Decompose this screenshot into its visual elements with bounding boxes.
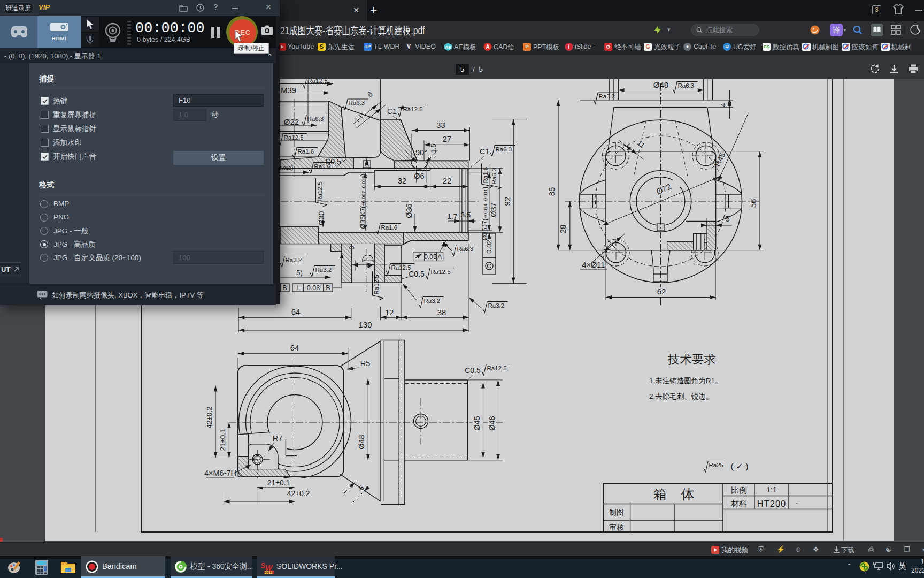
svg-text:33: 33 bbox=[436, 120, 445, 130]
svg-text:比例: 比例 bbox=[731, 485, 747, 495]
svg-text:64: 64 bbox=[290, 343, 299, 352]
svg-text:Ra12.5: Ra12.5 bbox=[391, 264, 411, 271]
svg-text:28: 28 bbox=[558, 225, 567, 234]
svg-text:体: 体 bbox=[681, 486, 695, 501]
svg-text:12: 12 bbox=[385, 308, 394, 317]
svg-text:22: 22 bbox=[443, 176, 452, 185]
svg-text:0.05: 0.05 bbox=[424, 253, 437, 261]
svg-text:32: 32 bbox=[398, 176, 407, 185]
svg-text:Ra3.2: Ra3.2 bbox=[599, 93, 615, 100]
svg-text:( ✓ ): ( ✓ ) bbox=[731, 462, 749, 471]
svg-text:Ra6.3: Ra6.3 bbox=[307, 116, 324, 122]
svg-text:R5: R5 bbox=[360, 359, 371, 368]
svg-text:90°: 90° bbox=[415, 148, 427, 157]
svg-text:5): 5) bbox=[296, 269, 303, 277]
svg-text:A: A bbox=[486, 44, 489, 50]
svg-text:M39: M39 bbox=[281, 86, 296, 95]
svg-text:Ra6.3: Ra6.3 bbox=[457, 246, 474, 252]
svg-text:B: B bbox=[282, 284, 287, 292]
svg-text:C0.5: C0.5 bbox=[409, 270, 425, 278]
svg-text:56: 56 bbox=[749, 199, 758, 208]
svg-text:42±0.2: 42±0.2 bbox=[287, 489, 310, 498]
svg-text:Ø22: Ø22 bbox=[284, 117, 299, 126]
svg-text:3: 3 bbox=[348, 246, 356, 249]
svg-text:Ra25: Ra25 bbox=[709, 462, 724, 468]
svg-text:Ra1.6: Ra1.6 bbox=[482, 167, 489, 184]
svg-text:4: 4 bbox=[720, 103, 727, 107]
svg-text:5: 5 bbox=[726, 215, 730, 223]
svg-text:4×Ø11: 4×Ø11 bbox=[582, 261, 605, 269]
svg-text:⊥: ⊥ bbox=[295, 284, 301, 292]
svg-text:i: i bbox=[568, 44, 570, 50]
svg-text:·: · bbox=[796, 498, 798, 507]
svg-text:Ø37: Ø37 bbox=[489, 202, 498, 217]
svg-text:Ra6.3: Ra6.3 bbox=[491, 168, 497, 185]
svg-text:C1: C1 bbox=[480, 147, 489, 156]
svg-text:箱: 箱 bbox=[653, 486, 667, 501]
svg-text:0.03: 0.03 bbox=[307, 284, 320, 292]
svg-text:42±0.2: 42±0.2 bbox=[205, 406, 213, 428]
svg-text:A: A bbox=[437, 253, 442, 261]
svg-text:审核: 审核 bbox=[610, 523, 625, 531]
svg-text:62: 62 bbox=[657, 287, 666, 296]
svg-text:HT200: HT200 bbox=[757, 499, 787, 508]
svg-text:2019: 2019 bbox=[265, 571, 273, 574]
svg-text:材料: 材料 bbox=[730, 499, 747, 508]
svg-text:85: 85 bbox=[547, 187, 556, 196]
svg-text:1.7: 1.7 bbox=[448, 212, 458, 220]
svg-text:Ra6.3: Ra6.3 bbox=[678, 82, 695, 89]
svg-text:Ra3.2: Ra3.2 bbox=[315, 267, 332, 273]
svg-text:4×M6-7H: 4×M6-7H bbox=[204, 469, 236, 477]
svg-text:21±0.1: 21±0.1 bbox=[219, 429, 227, 451]
svg-text:Ø48: Ø48 bbox=[357, 435, 366, 449]
svg-text:技术要求: 技术要求 bbox=[667, 353, 716, 366]
svg-text:0.02: 0.02 bbox=[485, 240, 493, 253]
svg-text:Ø48: Ø48 bbox=[488, 416, 496, 430]
svg-text:Ø30: Ø30 bbox=[317, 211, 326, 226]
svg-text:Ra3.2: Ra3.2 bbox=[286, 257, 302, 263]
svg-text:1.未注铸造圆角为R1。: 1.未注铸造圆角为R1。 bbox=[649, 377, 722, 385]
svg-text:Ra12.5: Ra12.5 bbox=[431, 269, 451, 275]
svg-text:3.5: 3.5 bbox=[461, 211, 471, 219]
svg-text:Ra12.5: Ra12.5 bbox=[317, 181, 323, 201]
svg-text:Ra3.2: Ra3.2 bbox=[424, 298, 441, 304]
svg-text:1.5: 1.5 bbox=[430, 143, 437, 153]
svg-text:38: 38 bbox=[437, 308, 446, 317]
svg-text:Ra12.5: Ra12.5 bbox=[308, 79, 328, 84]
svg-text:2.去除毛刺、锐边。: 2.去除毛刺、锐边。 bbox=[649, 392, 713, 400]
svg-text:Ø36: Ø36 bbox=[405, 203, 413, 218]
svg-text:B: B bbox=[326, 284, 330, 292]
svg-text:R7: R7 bbox=[273, 434, 283, 443]
svg-text:Ø6: Ø6 bbox=[414, 172, 424, 180]
svg-text:C1: C1 bbox=[387, 107, 397, 116]
svg-text:制图: 制图 bbox=[610, 508, 624, 516]
svg-text:Ra1.6: Ra1.6 bbox=[298, 148, 314, 155]
svg-text:Ø35K7(+0.007 -0.018): Ø35K7(+0.007 -0.018) bbox=[359, 173, 367, 229]
svg-text:Ra12.5: Ra12.5 bbox=[487, 365, 507, 371]
svg-text:Ra12.5: Ra12.5 bbox=[284, 134, 304, 141]
svg-text:27: 27 bbox=[442, 134, 451, 143]
svg-text:Ra6.3: Ra6.3 bbox=[496, 146, 512, 153]
svg-text:21±0.1: 21±0.1 bbox=[267, 478, 290, 487]
svg-text:Ø48: Ø48 bbox=[653, 80, 668, 89]
svg-text:Ra12.5: Ra12.5 bbox=[373, 275, 380, 294]
svg-text:130: 130 bbox=[358, 320, 372, 329]
svg-text:92: 92 bbox=[503, 197, 512, 206]
svg-text:C0.5: C0.5 bbox=[465, 366, 481, 375]
svg-text:Ra3.2: Ra3.2 bbox=[488, 302, 505, 309]
svg-text:AE: AE bbox=[445, 45, 451, 50]
svg-text:Ra12.5: Ra12.5 bbox=[403, 106, 423, 112]
svg-text:Ø45: Ø45 bbox=[473, 416, 481, 430]
svg-text:64: 64 bbox=[291, 307, 301, 316]
svg-text:Ra1.6: Ra1.6 bbox=[381, 224, 398, 231]
svg-text:Ra6.3: Ra6.3 bbox=[349, 100, 365, 106]
svg-text:1:1: 1:1 bbox=[766, 485, 777, 494]
